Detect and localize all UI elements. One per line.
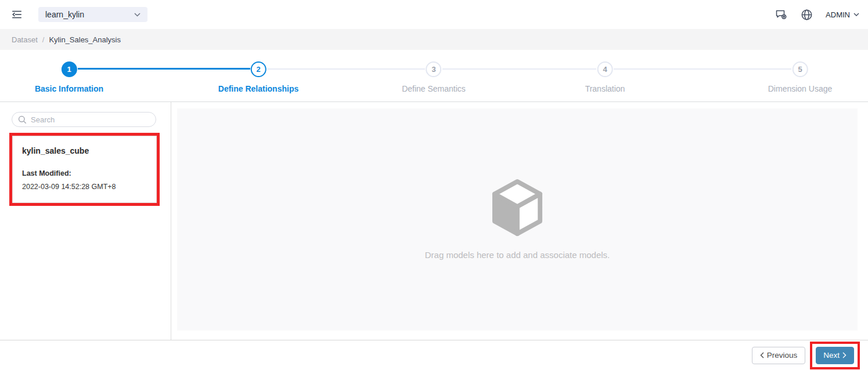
breadcrumb: Dataset / Kylin_Sales_Analysis: [0, 29, 868, 50]
search-box: [12, 112, 156, 127]
annotation-highlight-model-card: kylin_sales_cube Last Modified: 2022-03-…: [9, 133, 160, 206]
step-label: Dimension Usage: [768, 84, 833, 93]
breadcrumb-separator: /: [42, 35, 45, 44]
wizard-stepper: 1 Basic Information 2 Define Relationshi…: [0, 50, 868, 102]
relationships-canvas: Drag models here to add and associate mo…: [171, 102, 868, 340]
wizard-footer: Previous Next: [0, 340, 868, 370]
project-selector-value: learn_kylin: [45, 10, 84, 19]
breadcrumb-current: Kylin_Sales_Analysis: [49, 35, 121, 44]
models-sidebar: kylin_sales_cube Last Modified: 2022-03-…: [0, 102, 171, 340]
step-basic-information[interactable]: 1 Basic Information: [35, 61, 103, 93]
step-number: 5: [793, 61, 808, 77]
annotation-highlight-next-button: Next: [810, 342, 860, 369]
step-number: 1: [62, 61, 77, 77]
globe-icon[interactable]: [801, 9, 813, 21]
step-define-relationships[interactable]: 2 Define Relationships: [218, 61, 298, 93]
step-number: 2: [251, 61, 266, 77]
model-card[interactable]: kylin_sales_cube Last Modified: 2022-03-…: [12, 136, 157, 203]
next-button-label: Next: [823, 351, 840, 360]
step-translation[interactable]: 4 Translation: [585, 61, 625, 93]
content-area: kylin_sales_cube Last Modified: 2022-03-…: [0, 102, 868, 340]
step-dimension-usage[interactable]: 5 Dimension Usage: [768, 61, 833, 93]
step-number: 3: [426, 61, 442, 77]
menu-fold-icon[interactable]: [10, 8, 23, 21]
step-label: Basic Information: [35, 84, 103, 93]
chevron-left-icon: [760, 352, 764, 358]
step-label: Define Semantics: [402, 84, 466, 93]
last-modified-value: 2022-03-09 14:52:28 GMT+8: [22, 183, 147, 191]
step-label: Define Relationships: [218, 84, 298, 93]
console-settings-icon[interactable]: [775, 8, 788, 21]
previous-button[interactable]: Previous: [752, 347, 806, 364]
next-button[interactable]: Next: [816, 347, 854, 364]
chevron-down-icon: [853, 13, 859, 16]
step-number: 4: [597, 61, 613, 77]
dropzone-hint: Drag models here to add and associate mo…: [425, 250, 610, 260]
top-bar-right: ADMIN: [775, 8, 859, 21]
breadcrumb-parent[interactable]: Dataset: [12, 35, 38, 44]
chevron-down-icon: [134, 13, 141, 17]
model-name: kylin_sales_cube: [22, 146, 147, 155]
previous-button-label: Previous: [767, 351, 798, 360]
step-define-semantics[interactable]: 3 Define Semantics: [402, 61, 466, 93]
cube-icon: [491, 179, 543, 237]
model-dropzone[interactable]: Drag models here to add and associate mo…: [177, 108, 858, 331]
search-input[interactable]: [31, 115, 150, 124]
step-label: Translation: [585, 84, 625, 93]
stepper-connector: [614, 68, 791, 70]
project-selector[interactable]: learn_kylin: [38, 7, 147, 22]
user-menu-label: ADMIN: [826, 10, 850, 19]
user-menu[interactable]: ADMIN: [826, 10, 859, 19]
last-modified-label: Last Modified:: [22, 169, 147, 177]
app-window: learn_kylin: [0, 0, 868, 370]
search-icon: [18, 115, 27, 124]
chevron-right-icon: [842, 352, 847, 358]
top-bar: learn_kylin: [0, 0, 868, 29]
